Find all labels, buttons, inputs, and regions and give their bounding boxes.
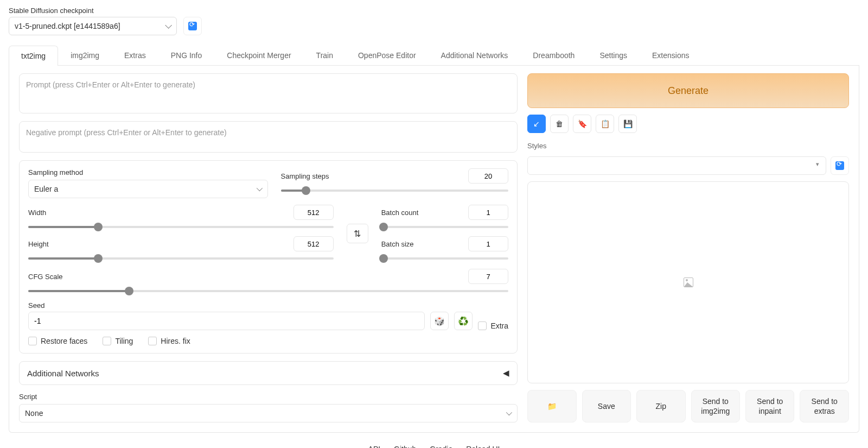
apply-style-button[interactable]: 🔖 [573,115,591,133]
tiling-checkbox[interactable]: Tiling [103,337,133,345]
restore-faces-checkbox[interactable]: Restore faces [28,337,87,345]
sampling-steps-label: Sampling steps [281,172,329,180]
random-seed-button[interactable]: 🎲 [430,312,449,330]
save-icon: 💾 [623,119,633,128]
tab-txt2img[interactable]: txt2img [9,46,58,66]
tab-openpose-editor[interactable]: OpenPose Editor [346,45,429,65]
clipboard-icon: 📋 [601,119,610,128]
extra-seed-checkbox[interactable]: Extra [478,321,508,330]
refresh-icon [188,22,197,30]
checkpoint-value: v1-5-pruned.ckpt [e1441589a6] [15,22,120,30]
footer-link-github[interactable]: Github [394,445,416,448]
swap-dimensions-button[interactable]: ⇅ [347,224,368,243]
open-folder-button[interactable]: 📁 [527,390,576,422]
additional-networks-accordion[interactable]: Additional Networks ◀ [19,361,518,385]
height-slider[interactable] [28,255,334,262]
refresh-checkpoint-button[interactable] [183,17,202,35]
checkpoint-select[interactable]: v1-5-pruned.ckpt [e1441589a6] [9,17,177,35]
footer-links: API•Github•Gradio•Reload UI [9,445,859,448]
zip-button[interactable]: Zip [636,390,685,422]
sampling-steps-input[interactable] [468,168,508,184]
tab-settings[interactable]: Settings [587,45,640,65]
cfg-scale-label: CFG Scale [28,273,63,281]
negative-prompt-input[interactable] [19,121,518,153]
refresh-styles-button[interactable] [831,156,849,175]
batch-size-label: Batch size [381,240,414,248]
clear-prompt-button[interactable]: 🗑 [550,115,569,133]
width-slider[interactable] [28,223,334,231]
save-button[interactable]: Save [582,390,631,422]
script-label: Script [19,393,518,401]
batch-count-label: Batch count [381,209,419,217]
cfg-scale-slider[interactable] [28,287,508,295]
send-to-extras-button[interactable]: Send to extras [800,390,848,422]
paste-button[interactable]: 📋 [596,115,614,133]
refresh-icon [835,161,844,170]
bookmark-icon: 🔖 [578,119,587,128]
seed-input[interactable] [28,312,425,330]
generate-button[interactable]: Generate [527,73,849,108]
height-input[interactable] [293,236,334,251]
script-select[interactable]: None [19,404,518,422]
styles-label: Styles [527,142,849,150]
send-to-inpaint-button[interactable]: Send to inpaint [745,390,794,422]
tab-checkpoint-merger[interactable]: Checkpoint Merger [214,45,303,65]
width-input[interactable] [293,205,334,220]
seed-label: Seed [28,301,508,310]
send-to-img2img-button[interactable]: Send to img2img [691,390,740,422]
batch-count-input[interactable] [468,205,508,220]
accordion-arrow-icon: ◀ [503,368,509,378]
reuse-seed-button[interactable]: ♻️ [454,312,473,330]
tab-train[interactable]: Train [304,45,346,65]
tab-additional-networks[interactable]: Additional Networks [429,45,521,65]
checkpoint-label: Stable Diffusion checkpoint [9,7,177,15]
read-params-button[interactable]: ↙ [527,115,546,133]
sampling-steps-slider[interactable] [281,187,508,194]
tab-png-info[interactable]: PNG Info [158,45,215,65]
sampling-method-select[interactable]: Euler a [28,180,268,198]
image-placeholder-icon [684,277,693,287]
tab-dreambooth[interactable]: Dreambooth [520,45,587,65]
save-style-button[interactable]: 💾 [618,115,637,133]
prompt-input[interactable] [19,73,518,113]
batch-count-slider[interactable] [381,223,508,231]
tab-extras[interactable]: Extras [112,45,158,65]
batch-size-slider[interactable] [381,255,508,262]
footer-link-reload-ui[interactable]: Reload UI [466,445,500,448]
output-gallery [527,181,849,383]
sampling-method-label: Sampling method [28,168,268,176]
footer-link-gradio[interactable]: Gradio [430,445,452,448]
hires-fix-checkbox[interactable]: Hires. fix [148,337,190,345]
height-label: Height [28,240,49,248]
batch-size-input[interactable] [468,236,508,251]
tab-img2img[interactable]: img2img [58,45,112,65]
footer-link-api[interactable]: API [368,445,381,448]
styles-select[interactable] [527,156,826,175]
tab-extensions[interactable]: Extensions [640,45,701,65]
cfg-scale-input[interactable] [468,269,508,284]
width-label: Width [28,209,46,217]
trash-icon: 🗑 [556,119,563,128]
